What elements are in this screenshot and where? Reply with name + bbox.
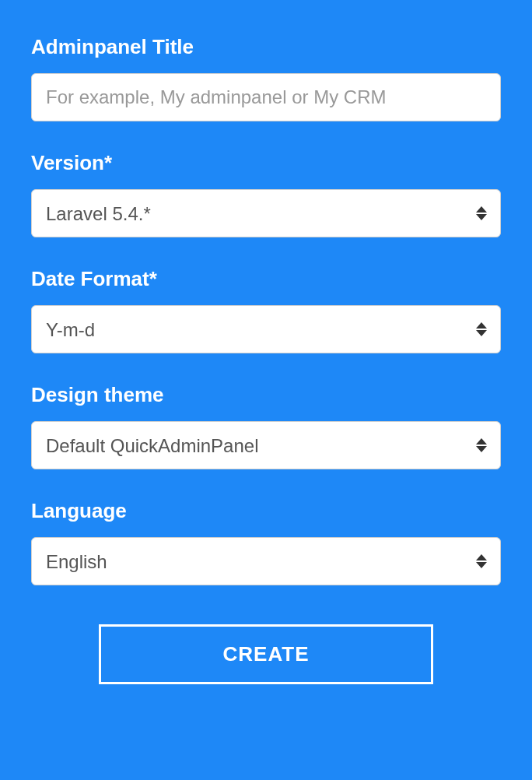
design-theme-select[interactable]: Default QuickAdminPanel — [31, 421, 501, 469]
version-select-wrapper: Laravel 5.4.* — [31, 189, 501, 237]
date-format-label: Date Format* — [31, 267, 501, 291]
language-form-group: Language English — [31, 499, 501, 585]
design-theme-select-wrapper: Default QuickAdminPanel — [31, 421, 501, 469]
create-button[interactable]: CREATE — [99, 624, 433, 684]
version-select[interactable]: Laravel 5.4.* — [31, 189, 501, 237]
button-wrapper: CREATE — [31, 624, 501, 684]
title-input[interactable] — [31, 73, 501, 121]
version-form-group: Version* Laravel 5.4.* — [31, 151, 501, 237]
language-label: Language — [31, 499, 501, 523]
title-label: Adminpanel Title — [31, 35, 501, 59]
title-form-group: Adminpanel Title — [31, 35, 501, 121]
date-format-select-wrapper: Y-m-d — [31, 305, 501, 353]
language-select[interactable]: English — [31, 537, 501, 585]
date-format-select[interactable]: Y-m-d — [31, 305, 501, 353]
design-theme-form-group: Design theme Default QuickAdminPanel — [31, 383, 501, 469]
version-label: Version* — [31, 151, 501, 175]
date-format-form-group: Date Format* Y-m-d — [31, 267, 501, 353]
design-theme-label: Design theme — [31, 383, 501, 407]
language-select-wrapper: English — [31, 537, 501, 585]
